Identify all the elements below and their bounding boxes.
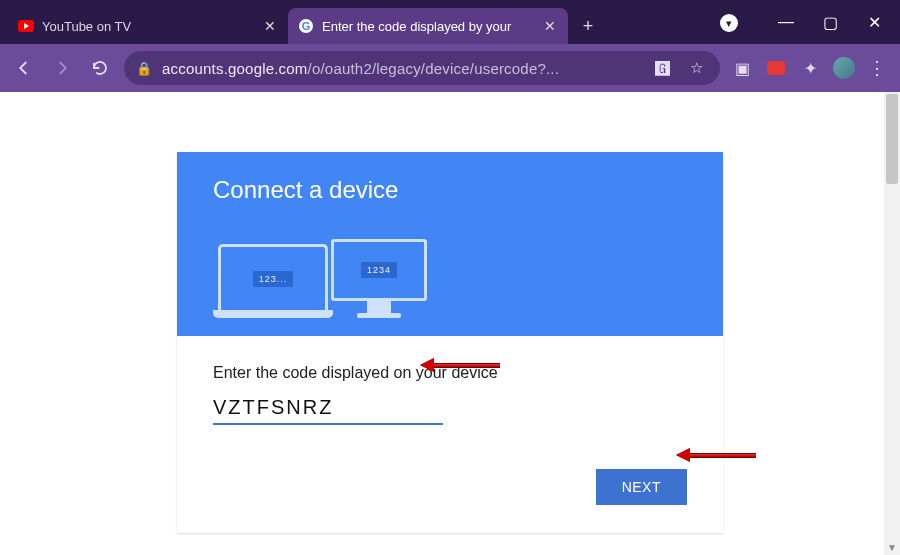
- browser-titlebar: YouTube on TV ✕ G Enter the code display…: [0, 0, 900, 44]
- monitor-code-chip: 1234: [361, 262, 397, 278]
- youtube-icon: [18, 18, 34, 34]
- laptop-code-chip: 123...: [253, 271, 294, 287]
- back-button[interactable]: [10, 54, 38, 82]
- window-maximize-button[interactable]: ▢: [822, 14, 838, 30]
- laptop-icon: 123...: [213, 244, 333, 318]
- side-panel-icon[interactable]: ▣: [730, 56, 754, 80]
- extensions-puzzle-icon[interactable]: ✦: [798, 56, 822, 80]
- devices-illustration: 123... 1234: [213, 222, 423, 322]
- url-host: accounts.google.com: [162, 60, 308, 77]
- page-title: Connect a device: [213, 176, 687, 204]
- reload-button[interactable]: [86, 54, 114, 82]
- code-field-label: Enter the code displayed on your device: [213, 364, 687, 382]
- url-text: accounts.google.com/o/oauth2/legacy/devi…: [162, 60, 640, 77]
- tab-youtube-tv[interactable]: YouTube on TV ✕: [8, 8, 288, 44]
- tab-title: YouTube on TV: [42, 19, 254, 34]
- monitor-icon: 1234: [331, 239, 427, 318]
- close-icon[interactable]: ✕: [542, 18, 558, 34]
- tab-title: Enter the code displayed by your: [322, 19, 534, 34]
- forward-button[interactable]: [48, 54, 76, 82]
- close-icon[interactable]: ✕: [262, 18, 278, 34]
- profile-avatar[interactable]: [832, 56, 856, 80]
- window-close-button[interactable]: ✕: [866, 14, 882, 30]
- svg-text:G: G: [302, 20, 311, 32]
- new-tab-button[interactable]: +: [574, 12, 602, 40]
- bookmark-star-icon[interactable]: ☆: [684, 56, 708, 80]
- scroll-down-icon[interactable]: ▼: [884, 539, 900, 555]
- device-connect-card: Connect a device 123... 1234 Enter the c…: [177, 152, 723, 533]
- device-code-input[interactable]: [213, 394, 443, 425]
- card-hero: Connect a device 123... 1234: [177, 152, 723, 336]
- translate-icon[interactable]: 🅶: [650, 56, 674, 80]
- next-button[interactable]: NEXT: [596, 469, 687, 505]
- kebab-menu-icon[interactable]: ⋮: [866, 56, 890, 80]
- card-body: Enter the code displayed on your device …: [177, 336, 723, 533]
- address-bar[interactable]: 🔒 accounts.google.com/o/oauth2/legacy/de…: [124, 51, 720, 85]
- google-icon: G: [298, 18, 314, 34]
- browser-toolbar: 🔒 accounts.google.com/o/oauth2/legacy/de…: [0, 44, 900, 92]
- window-controls: ▾ — ▢ ✕: [778, 0, 900, 44]
- scrollbar-thumb[interactable]: [886, 94, 898, 184]
- plus-icon: +: [583, 16, 594, 37]
- lock-icon[interactable]: 🔒: [136, 61, 152, 76]
- page-viewport: ▲ ▼ Connect a device 123... 1234 Enter t…: [0, 92, 900, 555]
- scrollbar[interactable]: ▲ ▼: [884, 92, 900, 555]
- tab-device-code[interactable]: G Enter the code displayed by your ✕: [288, 8, 568, 44]
- extension-icon[interactable]: [764, 56, 788, 80]
- window-minimize-button[interactable]: —: [778, 14, 794, 30]
- url-path: /o/oauth2/legacy/device/usercode?...: [308, 60, 560, 77]
- tab-search-icon[interactable]: ▾: [720, 14, 738, 32]
